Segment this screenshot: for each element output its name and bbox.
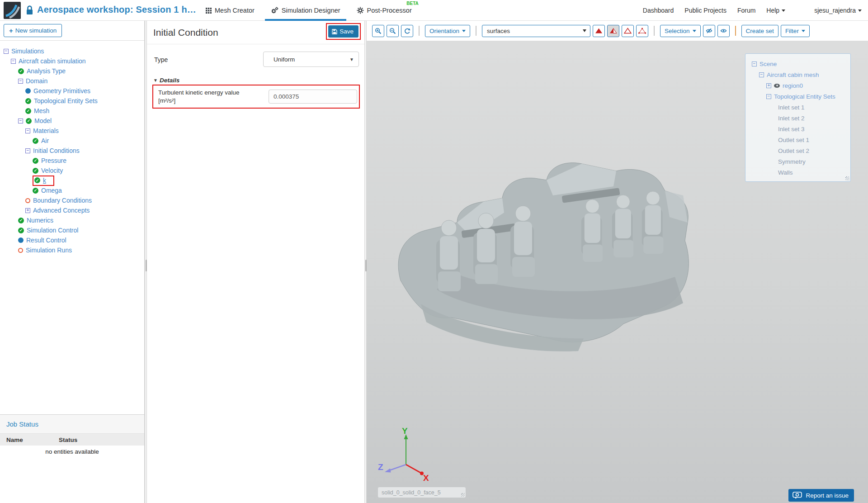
floppy-disk-icon	[332, 29, 337, 34]
viewport-canvas[interactable]: −Scene−Aircraft cabin mesh+region0−Topol…	[367, 41, 868, 503]
view-surfaces-button[interactable]	[607, 25, 619, 37]
view-solid-button[interactable]	[593, 25, 605, 37]
hide-selection-button[interactable]	[703, 25, 715, 37]
tree-item-label: Inlet set 2	[778, 115, 805, 122]
header-nav: Dashboard Public Projects Forum Help sje…	[643, 0, 862, 21]
zoom-out-button[interactable]	[387, 25, 399, 37]
chevron-down-icon	[693, 30, 696, 32]
nav-forum[interactable]: Forum	[737, 7, 755, 14]
tree-item-model[interactable]: −✓Model	[0, 116, 144, 126]
reset-view-button[interactable]	[401, 25, 413, 37]
status-complete-icon: ✓	[18, 228, 24, 233]
tree-item-analysis-type[interactable]: ✓Analysis Type	[0, 66, 144, 76]
create-set-button[interactable]: Create set	[741, 25, 778, 37]
scene-item-inlet-set-1[interactable]: Inlet set 1	[748, 102, 848, 113]
tree-item-label: Topological Entity Sets	[774, 93, 835, 100]
tree-item-velocity[interactable]: ✓Velocity	[0, 166, 144, 176]
project-title[interactable]: Aerospace workshop: Session 1 h…	[37, 5, 196, 15]
collapse-icon[interactable]: −	[4, 49, 9, 54]
field-highlight-box: Turbulent kinetic energy value [m²/s²]	[152, 85, 360, 109]
tree-item-omega[interactable]: ✓Omega	[0, 185, 144, 195]
nav-dashboard[interactable]: Dashboard	[643, 7, 674, 14]
scene-item-topological-entity-sets[interactable]: −Topological Entity Sets	[748, 91, 848, 102]
tree-item-advanced-concepts[interactable]: +Advanced Concepts	[0, 205, 144, 215]
tree-item-aircraft-cabin-simulation[interactable]: −Aircraft cabin simulation	[0, 56, 144, 66]
axis-x-label: X	[423, 473, 429, 483]
tree-item-initial-conditions[interactable]: −Initial Conditions	[0, 146, 144, 156]
tree-item-label: Aircraft cabin mesh	[767, 71, 819, 78]
save-label: Save	[340, 28, 354, 35]
scene-item-scene[interactable]: −Scene	[748, 58, 848, 69]
view-points-button[interactable]	[636, 25, 648, 37]
scene-item-walls[interactable]: Walls	[748, 167, 848, 178]
tree-item-result-control[interactable]: Result Control	[0, 235, 144, 245]
new-simulation-button[interactable]: + New simulation	[4, 24, 62, 37]
tree-item-mesh[interactable]: ✓Mesh	[0, 106, 144, 116]
tree-item-air[interactable]: ✓Air	[0, 136, 144, 146]
tree-item-simulation-runs[interactable]: Simulation Runs	[0, 245, 144, 255]
visibility-icon[interactable]	[774, 84, 780, 88]
points-triangle-icon	[638, 28, 646, 34]
expand-icon[interactable]: +	[25, 208, 30, 213]
collapse-icon[interactable]: −	[25, 128, 30, 133]
tab-simulation-designer[interactable]: Simulation Designer	[269, 0, 342, 21]
status-incomplete-icon	[18, 248, 23, 253]
tree-item-k[interactable]: ✓k	[0, 176, 144, 185]
toolbar-separator	[654, 26, 655, 36]
tree-item-label: Advanced Concepts	[33, 207, 90, 214]
cabin-model[interactable]	[394, 145, 751, 389]
tab-post-processor[interactable]: Post-Processor BETA	[355, 0, 413, 21]
collapse-icon[interactable]: −	[25, 148, 30, 153]
scene-item-inlet-set-2[interactable]: Inlet set 2	[748, 113, 848, 123]
collapse-icon[interactable]: −	[766, 94, 771, 99]
tab-mesh-creator[interactable]: Mesh Creator	[204, 0, 256, 21]
tree-item-materials[interactable]: −Materials	[0, 126, 144, 136]
selected-item-highlight-box: ✓k	[33, 176, 54, 186]
tree-item-topological-entity-sets[interactable]: ✓Topological Entity Sets	[0, 96, 144, 106]
tree-item-boundary-conditions[interactable]: Boundary Conditions	[0, 195, 144, 205]
nav-help-menu[interactable]: Help	[766, 7, 785, 14]
scene-item-region0[interactable]: +region0	[748, 80, 848, 91]
scene-item-outlet-set-1[interactable]: Outlet set 1	[748, 134, 848, 145]
tree-item-pressure[interactable]: ✓Pressure	[0, 156, 144, 166]
report-issue-button[interactable]: Report an issue	[788, 489, 854, 502]
collapse-icon[interactable]: −	[759, 72, 764, 77]
tree-item-simulations[interactable]: −Simulations	[0, 46, 144, 56]
tab-label: Post-Processor	[367, 7, 412, 14]
save-button[interactable]: Save	[328, 25, 359, 38]
view-wireframe-button[interactable]	[622, 25, 634, 37]
scene-item-aircraft-cabin-mesh[interactable]: −Aircraft cabin mesh	[748, 69, 848, 80]
turbulent-kinetic-energy-input[interactable]	[269, 90, 357, 104]
status-complete-icon: ✓	[18, 218, 24, 223]
tree-item-numerics[interactable]: ✓Numerics	[0, 215, 144, 225]
sidebar-resize-handle[interactable]	[145, 21, 147, 503]
details-section-header[interactable]: ▼ Details	[153, 77, 364, 84]
filter-button[interactable]: Filter	[781, 25, 810, 37]
panel-resize-handle[interactable]	[364, 21, 367, 503]
status-complete-icon: ✓	[25, 108, 31, 114]
refresh-icon	[404, 28, 410, 34]
nav-public-projects[interactable]: Public Projects	[684, 7, 726, 14]
selection-button[interactable]: Selection	[660, 25, 701, 37]
user-menu[interactable]: sjesu_rajendra	[814, 7, 862, 14]
tree-item-domain[interactable]: −Domain	[0, 76, 144, 86]
status-incomplete-icon	[25, 198, 30, 203]
type-select[interactable]: Uniform ▼	[263, 52, 359, 67]
scene-item-inlet-set-3[interactable]: Inlet set 3	[748, 123, 848, 134]
show-selection-button[interactable]	[717, 25, 730, 37]
select-caret-icon	[583, 29, 586, 32]
scene-item-outlet-set-2[interactable]: Outlet set 2	[748, 145, 848, 156]
tree-item-simulation-control[interactable]: ✓Simulation Control	[0, 225, 144, 235]
collapse-icon[interactable]: −	[18, 79, 23, 84]
scene-item-symmetry[interactable]: Symmetry	[748, 156, 848, 167]
collapse-icon[interactable]: −	[11, 59, 16, 64]
collapse-icon[interactable]: −	[18, 119, 23, 123]
orientation-button[interactable]: Orientation	[425, 25, 470, 37]
status-default-icon	[25, 88, 31, 94]
collapse-icon[interactable]: −	[752, 62, 757, 66]
zoom-in-button[interactable]	[372, 25, 384, 37]
render-mode-select[interactable]: surfaces	[482, 25, 590, 37]
tree-item-geometry-primitives[interactable]: Geometry Primitives	[0, 86, 144, 96]
expand-icon[interactable]: +	[766, 83, 771, 88]
tree-item-label: Initial Conditions	[33, 147, 80, 154]
